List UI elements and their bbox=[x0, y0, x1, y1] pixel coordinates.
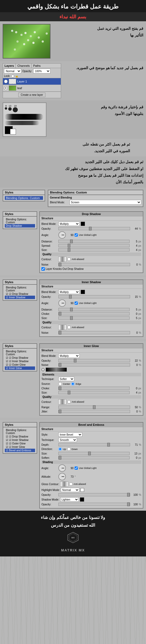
be-inner-glow-item[interactable]: ☑ Inner Glow bbox=[5, 445, 35, 449]
ds-noise-slider[interactable] bbox=[58, 263, 130, 266]
ig-inner-shadow-item[interactable]: ☑ Inner Shadow bbox=[5, 360, 35, 363]
be-highlight-select[interactable]: Normal bbox=[61, 488, 79, 492]
ds-global-light[interactable] bbox=[75, 233, 78, 237]
ig-drop-shadow-item[interactable]: ☑ Drop Shadow bbox=[5, 356, 35, 360]
layer-row-2[interactable]: 👁 leaf bbox=[3, 85, 61, 92]
be-depth-slider[interactable] bbox=[58, 443, 130, 446]
is-color-swatch[interactable] bbox=[81, 290, 85, 294]
is-global-light[interactable] bbox=[75, 302, 78, 305]
drop-shadow-item[interactable]: Drop Shadow bbox=[5, 224, 35, 228]
ds-distance-label: Distance: bbox=[41, 240, 57, 243]
is-noise-slider[interactable] bbox=[58, 331, 130, 334]
ds-layer-knocks-row: Layer Knocks Out Drop Shadow bbox=[41, 267, 141, 271]
be-gloss-antialias[interactable] bbox=[69, 482, 72, 486]
be-altitude-dial[interactable] bbox=[58, 473, 66, 480]
be-drop-shadow-item[interactable]: ☑ Drop Shadow bbox=[5, 435, 35, 438]
ig-contour-thumb[interactable] bbox=[58, 399, 66, 404]
is-size-slider[interactable] bbox=[58, 316, 130, 320]
brush-dot-19[interactable] bbox=[13, 107, 18, 112]
be-size-slider[interactable] bbox=[58, 452, 130, 455]
ds-contour-thumb[interactable] bbox=[58, 257, 66, 262]
be-soften-slider[interactable] bbox=[58, 456, 130, 459]
layer-row-1[interactable]: 👁 Layer 1 bbox=[3, 78, 61, 85]
inner-glow-title: Inner Glow bbox=[39, 343, 143, 348]
drop-shadow-structure: Structure bbox=[39, 216, 143, 221]
be-dir-down[interactable] bbox=[67, 447, 71, 451]
ds-distance-row: Distance: 5 px bbox=[41, 240, 141, 243]
ds-blend-select[interactable]: Multiply bbox=[58, 222, 80, 226]
ds-antialias[interactable] bbox=[67, 258, 71, 261]
be-shadow-select[interactable]: Lighten bbox=[60, 497, 79, 502]
be-shadow-swatch[interactable] bbox=[80, 497, 84, 502]
ig-source-center[interactable] bbox=[58, 382, 62, 386]
layer-eye-2[interactable]: 👁 bbox=[4, 86, 8, 90]
ig-noise-slider[interactable] bbox=[58, 363, 130, 366]
be-style-select[interactable]: Inner Bevel bbox=[58, 432, 82, 437]
ig-choke-slider[interactable] bbox=[58, 387, 130, 390]
lock-checkbox[interactable] bbox=[11, 75, 14, 77]
be-blending-options-item[interactable]: Blending Options: Custom bbox=[5, 428, 35, 435]
ds-distance-slider[interactable] bbox=[58, 240, 130, 243]
tab-channels[interactable]: Channels bbox=[16, 64, 31, 68]
be-soften-row: Soften: 0 px bbox=[41, 456, 141, 459]
is-blend-select[interactable]: Multiply bbox=[58, 290, 80, 294]
ds-size-slider[interactable] bbox=[58, 248, 130, 251]
ig-blend-select[interactable]: Multiply bbox=[58, 354, 80, 358]
be-gloss-contour-thumb[interactable] bbox=[60, 481, 68, 487]
is-choke-slider[interactable] bbox=[58, 312, 130, 315]
ig-jitter-value: 0 bbox=[131, 410, 138, 413]
is-distance-slider[interactable] bbox=[58, 308, 130, 311]
is-inner-shadow-item[interactable]: ☑ Inner Shadow bbox=[5, 296, 35, 299]
ig-blend-row: Blend Mode: Multiply bbox=[41, 354, 141, 358]
blending-options-item[interactable]: Blending Options: Custom bbox=[5, 218, 35, 224]
ds-layer-knocks-check[interactable] bbox=[41, 267, 45, 271]
brush-dot-13[interactable] bbox=[8, 107, 12, 111]
ds-spread-slider[interactable] bbox=[58, 244, 130, 247]
ig-inner-glow-item[interactable]: ☑ Inner Glow bbox=[5, 366, 35, 370]
new-layer-button[interactable]: Create a new layer bbox=[18, 93, 45, 97]
ig-blending-options-item[interactable]: Blending Options: Custom bbox=[5, 350, 35, 356]
be-dir-up[interactable] bbox=[58, 447, 62, 451]
ig-range-slider[interactable] bbox=[58, 406, 130, 409]
be-global-light[interactable] bbox=[75, 467, 78, 470]
brush-dot-9[interactable] bbox=[5, 107, 7, 110]
is-angle-dial[interactable] bbox=[58, 299, 66, 307]
be-inner-shadow-item[interactable]: ☑ Inner Shadow bbox=[5, 438, 35, 442]
ig-technique-row: Technique: Softer bbox=[41, 377, 141, 381]
ds-opacity-slider[interactable] bbox=[58, 227, 130, 230]
layer-eye-1[interactable]: 👁 bbox=[4, 80, 8, 83]
is-drop-shadow-item[interactable]: ☑ Drop Shadow bbox=[5, 292, 35, 296]
ds-color-swatch[interactable] bbox=[81, 222, 85, 226]
opacity-select[interactable]: 100% bbox=[33, 69, 50, 73]
ig-gradient-swatch[interactable] bbox=[46, 368, 67, 372]
is-blending-options-item[interactable]: Blending Options: Custom bbox=[5, 286, 35, 292]
be-s-opacity-slider[interactable] bbox=[58, 503, 130, 506]
be-altitude-row: Altitude: 73 ° bbox=[41, 473, 141, 480]
ig-jitter-slider[interactable] bbox=[58, 410, 130, 413]
is-global-light-label: Use Global Light bbox=[79, 302, 97, 304]
tab-layers[interactable]: Layers bbox=[3, 64, 16, 68]
be-highlight-swatch[interactable] bbox=[80, 488, 84, 492]
ig-outer-glow-item[interactable]: ☑ Outer Glow bbox=[5, 363, 35, 366]
is-opacity-slider[interactable] bbox=[58, 295, 130, 298]
styles-mini-selected[interactable]: Blending Options: Custom bbox=[5, 196, 43, 200]
ig-size-slider[interactable] bbox=[58, 391, 130, 394]
be-technique-select[interactable]: Smooth bbox=[58, 438, 77, 442]
be-h-opacity-slider[interactable] bbox=[58, 493, 130, 496]
be-outer-glow-item[interactable]: ☑ Outer Glow bbox=[5, 442, 35, 445]
ig-antialias[interactable] bbox=[67, 400, 71, 403]
ig-color-radio[interactable] bbox=[41, 368, 45, 371]
is-size-px: px bbox=[138, 317, 141, 320]
ig-source-edge[interactable] bbox=[71, 382, 75, 386]
is-antialias[interactable] bbox=[67, 326, 71, 329]
be-angle-dial[interactable] bbox=[58, 464, 66, 472]
tab-paths[interactable]: Paths bbox=[32, 64, 42, 68]
blend-mode-select[interactable]: Screen bbox=[70, 200, 141, 205]
ig-opacity-slider[interactable] bbox=[58, 359, 130, 362]
ig-technique-select[interactable]: Softer bbox=[58, 377, 74, 381]
ds-angle-dial[interactable] bbox=[58, 231, 66, 239]
be-bevel-item[interactable]: ☑ Bevel and Emboss bbox=[5, 449, 35, 452]
blend-mode-select[interactable]: Normal bbox=[4, 69, 21, 73]
swatch-background[interactable] bbox=[10, 129, 16, 135]
is-contour-thumb[interactable] bbox=[58, 325, 66, 330]
